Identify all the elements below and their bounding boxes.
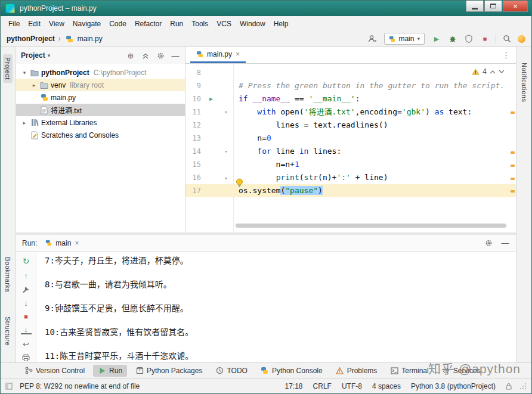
menu-refactor[interactable]: Refactor (131, 18, 166, 30)
hide-panel-icon[interactable]: — (171, 51, 180, 60)
hide-panel-icon[interactable]: — (500, 238, 510, 248)
tree-expand-icon[interactable]: ▸ (29, 82, 39, 88)
tree-item[interactable]: main.py (16, 91, 185, 104)
quick-access-icon[interactable] (5, 383, 13, 390)
lock-icon[interactable] (504, 381, 514, 391)
scroll-to-end-icon[interactable]: ↓ (21, 325, 32, 334)
tab-close-icon[interactable]: × (236, 50, 240, 58)
stop-icon[interactable]: ■ (21, 313, 32, 320)
status-segment[interactable]: UTF-8 (342, 382, 362, 390)
tab-main-py[interactable]: main.py × (190, 47, 246, 63)
breadcrumb-file[interactable]: main.py (78, 35, 103, 43)
toolwindow-button-problems[interactable]: Problems (331, 365, 382, 377)
up-stack-icon[interactable]: ↑ (21, 271, 32, 280)
code-line-13[interactable]: 13 n=0 (185, 132, 516, 145)
toolwindow-button-python-console[interactable]: Python Console (256, 365, 327, 377)
run-tab-main[interactable]: main × (43, 238, 81, 249)
error-stripe[interactable] (510, 64, 516, 232)
tree-item[interactable]: Scratches and Consoles (16, 129, 185, 141)
next-warning-icon[interactable] (499, 70, 505, 74)
fold-icon[interactable]: ▾ (219, 145, 233, 158)
locate-file-icon[interactable]: ⊕ (126, 51, 135, 60)
down-stack-icon[interactable]: ↓ (21, 299, 32, 308)
center-column: Project ▾ ⊕ — ▾pyth (16, 47, 516, 362)
coverage-button[interactable] (463, 33, 474, 44)
search-everywhere-icon[interactable] (502, 33, 512, 44)
menu-view[interactable]: View (45, 18, 69, 30)
warning-stripe-mark[interactable] (511, 190, 515, 193)
inspection-widget[interactable]: 4 (470, 67, 506, 76)
update-indicator-icon[interactable] (518, 35, 525, 43)
menu-help[interactable]: Help (270, 18, 293, 30)
print-icon[interactable] (21, 354, 32, 361)
tool-stripe-notifications[interactable]: Notifications (521, 63, 528, 102)
code-line-10[interactable]: 10▶if __name__ == '__main__': (185, 92, 516, 106)
toolwindow-button-terminal[interactable]: Terminal (385, 365, 433, 377)
code-line-11[interactable]: 11▾ with open('将进酒.txt',encoding='gbk') … (185, 106, 516, 119)
code-line-12[interactable]: 12 lines = text.readlines() (185, 119, 516, 132)
menu-edit[interactable]: Edit (24, 18, 45, 30)
resize-grip[interactable] (519, 383, 527, 390)
fold-icon[interactable]: ▾ (219, 106, 233, 119)
run-tab-close-icon[interactable]: × (75, 239, 79, 247)
tool-stripe-structure[interactable]: Structure (4, 317, 11, 346)
tree-expand-icon[interactable]: ▾ (20, 70, 29, 76)
warning-stripe-mark[interactable] (511, 165, 515, 167)
toolwindow-button-python-packages[interactable]: Python Packages (131, 365, 207, 377)
wrench-icon[interactable] (21, 286, 32, 293)
tree-item[interactable]: ▸venvlibrary root (16, 79, 185, 91)
tree-expand-icon[interactable]: ▸ (20, 120, 29, 126)
menu-file[interactable]: File (4, 18, 24, 30)
gear-icon[interactable] (156, 51, 165, 60)
tool-stripe-bookmarks[interactable]: Bookmarks (4, 257, 11, 293)
status-segment[interactable]: Python 3.8 (pythonProject) (411, 382, 496, 390)
code-line-9[interactable]: 9# Press the green button in the gutter … (185, 79, 516, 92)
rerun-icon[interactable]: ↻ (21, 256, 32, 266)
run-gutter-icon[interactable]: ▶ (203, 92, 219, 106)
editor-options-icon[interactable]: ⋮ (502, 51, 510, 60)
soft-wrap-icon[interactable]: ↩ (21, 340, 32, 349)
maximize-button[interactable] (484, 1, 502, 12)
run-button[interactable]: ▶ (431, 33, 442, 44)
toolwindow-button-todo[interactable]: TODO (211, 365, 252, 377)
menu-navigate[interactable]: Navigate (69, 18, 105, 30)
menu-run[interactable]: Run (166, 18, 187, 30)
code-line-14[interactable]: 14▾ for line in lines: (185, 145, 516, 158)
tree-item[interactable]: ▸External Libraries (16, 116, 185, 129)
toolwindow-button-version-control[interactable]: Version Control (20, 365, 89, 377)
code-line-15[interactable]: 15 n=n+1 (185, 158, 516, 171)
warning-stripe-mark[interactable] (511, 111, 515, 114)
minimize-button[interactable] (466, 1, 484, 12)
intention-bulb-icon[interactable] (236, 178, 243, 187)
debug-button[interactable] (447, 33, 458, 44)
console-output[interactable]: 7:岑夫子，丹丘生，将进酒，杯莫停。8:与君歌一曲，请君为我倾耳听。9:钟鼓馔玉… (36, 252, 516, 362)
tool-stripe-project[interactable]: Project (3, 54, 13, 83)
status-segment[interactable]: 4 spaces (372, 382, 401, 390)
user-profile-icon[interactable] (367, 33, 378, 44)
gear-icon[interactable] (484, 238, 493, 248)
prev-warning-icon[interactable] (490, 70, 496, 74)
collapse-all-icon[interactable] (141, 51, 150, 60)
close-button[interactable]: × (503, 1, 528, 12)
menu-window[interactable]: Window (236, 18, 270, 30)
warning-stripe-mark[interactable] (511, 178, 515, 180)
run-configuration-select[interactable]: main ▾ (384, 33, 425, 45)
stop-button[interactable]: ■ (480, 33, 490, 44)
tree-item[interactable]: 将进酒.txt (16, 104, 185, 116)
status-segment[interactable]: 17:18 (285, 382, 303, 390)
tree-item[interactable]: ▾pythonProjectC:\pythonProject (16, 66, 185, 79)
code-line-8[interactable]: 8 (185, 66, 516, 79)
menu-tools[interactable]: Tools (187, 18, 212, 30)
menu-code[interactable]: Code (105, 18, 131, 30)
menu-vcs[interactable]: VCS (212, 18, 236, 30)
toolwindow-button-run[interactable]: Run (93, 365, 127, 377)
breadcrumb-project[interactable]: pythonProject (7, 35, 55, 43)
horizontal-scrollbar[interactable] (236, 224, 506, 228)
editor-content[interactable]: 89# Press the green button in the gutter… (185, 64, 516, 232)
fold-icon[interactable]: ▴ (219, 171, 233, 184)
status-segment[interactable]: CRLF (313, 382, 332, 390)
project-panel-title[interactable]: Project (21, 51, 45, 60)
right-tool-stripe: Notifications (516, 47, 531, 362)
warning-stripe-mark[interactable] (511, 151, 515, 154)
status-message[interactable]: PEP 8: W292 no newline at end of file (20, 382, 140, 390)
